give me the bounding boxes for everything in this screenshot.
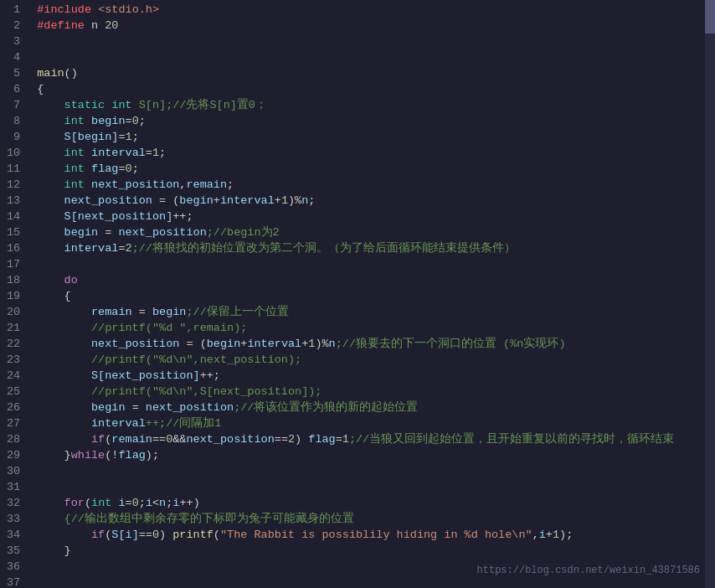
line-number: 19 — [7, 288, 20, 304]
code-line: S[next_position]++; — [37, 209, 715, 224]
code-line — [37, 479, 715, 495]
code-line: #include <stdio.h> — [37, 2, 715, 18]
code-line: } — [37, 543, 715, 559]
code-line: { — [37, 288, 715, 304]
line-number: 21 — [7, 320, 20, 336]
line-number: 6 — [7, 81, 20, 97]
code-line: #define n 20 — [37, 18, 715, 34]
watermark: https://blog.csdn.net/weixin_43871586 — [477, 565, 700, 576]
code-line — [37, 575, 715, 588]
code-line: for(int i=0;i<n;i++) — [37, 495, 715, 511]
code-line: S[begin]=1; — [37, 129, 715, 145]
code-editor: 1234567891011121314151617181920212223242… — [0, 0, 715, 588]
code-line — [37, 34, 715, 49]
code-line: //printf("%d\n",next_position); — [37, 352, 715, 368]
line-number: 31 — [7, 479, 20, 495]
code-line: do — [37, 272, 715, 288]
line-number: 24 — [7, 368, 20, 384]
line-number: 35 — [7, 543, 20, 559]
line-number: 28 — [7, 431, 20, 447]
line-number: 4 — [7, 49, 20, 65]
code-line: main() — [37, 65, 715, 81]
line-numbers: 1234567891011121314151617181920212223242… — [0, 0, 27, 588]
code-line: //printf("%d ",remain); — [37, 320, 715, 336]
code-line: {//输出数组中剩余存零的下标即为兔子可能藏身的位置 — [37, 511, 715, 527]
code-line: S[next_position]++; — [37, 368, 715, 384]
code-line — [37, 463, 715, 479]
code-line: int next_position,remain; — [37, 177, 715, 193]
line-number: 32 — [7, 495, 20, 511]
line-number: 16 — [7, 240, 20, 256]
line-number: 23 — [7, 352, 20, 368]
line-number: 27 — [7, 415, 20, 431]
line-number: 34 — [7, 527, 20, 543]
line-number: 2 — [7, 18, 20, 34]
line-number: 5 — [7, 65, 20, 81]
line-number: 11 — [7, 161, 20, 177]
code-line — [37, 49, 715, 65]
code-line: int flag=0; — [37, 161, 715, 177]
line-number: 33 — [7, 511, 20, 527]
line-number: 9 — [7, 129, 20, 145]
code-line — [37, 256, 715, 272]
line-number: 30 — [7, 463, 20, 479]
code-line: next_position = (begin+interval+1)%n;//狼… — [37, 336, 715, 352]
line-number: 3 — [7, 34, 20, 49]
code-line: interval=2;//将狼找的初始位置改为第二个洞。（为了给后面循环能结束提… — [37, 240, 715, 256]
code-line: static int S[n];//先将S[n]置0； — [37, 97, 715, 113]
code-line: begin = next_position;//将该位置作为狼的新的起始位置 — [37, 400, 715, 415]
line-number: 25 — [7, 384, 20, 400]
code-line: interval++;//间隔加1 — [37, 415, 715, 431]
line-number: 20 — [7, 304, 20, 320]
code-line: int interval=1; — [37, 145, 715, 161]
line-number: 8 — [7, 113, 20, 129]
code-line: int begin=0; — [37, 113, 715, 129]
code-line: remain = begin;//保留上一个位置 — [37, 304, 715, 320]
code-line: begin = next_position;//begin为2 — [37, 224, 715, 240]
line-number: 14 — [7, 209, 20, 224]
line-number: 26 — [7, 400, 20, 415]
line-number: 15 — [7, 224, 20, 240]
code-line: next_position = (begin+interval+1)%n; — [37, 193, 715, 209]
line-number: 17 — [7, 256, 20, 272]
scrollbar-thumb[interactable] — [705, 0, 715, 34]
line-number: 22 — [7, 336, 20, 352]
line-number: 37 — [7, 575, 20, 588]
code-line: if(remain==0&&next_position==2) flag=1;/… — [37, 431, 715, 447]
line-number: 18 — [7, 272, 20, 288]
line-number: 29 — [7, 447, 20, 463]
code-line: //printf("%d\n",S[next_position]); — [37, 384, 715, 400]
code-line: if(S[i]==0) printf("The Rabbit is possib… — [37, 527, 715, 543]
line-number: 36 — [7, 559, 20, 575]
line-number: 10 — [7, 145, 20, 161]
code-area[interactable]: #include <stdio.h>#define n 20 main(){ s… — [27, 0, 715, 588]
code-line: }while(!flag); — [37, 447, 715, 463]
line-number: 13 — [7, 193, 20, 209]
line-number: 12 — [7, 177, 20, 193]
scrollbar[interactable] — [705, 0, 715, 588]
line-number: 7 — [7, 97, 20, 113]
line-number: 1 — [7, 2, 20, 18]
code-line: { — [37, 81, 715, 97]
